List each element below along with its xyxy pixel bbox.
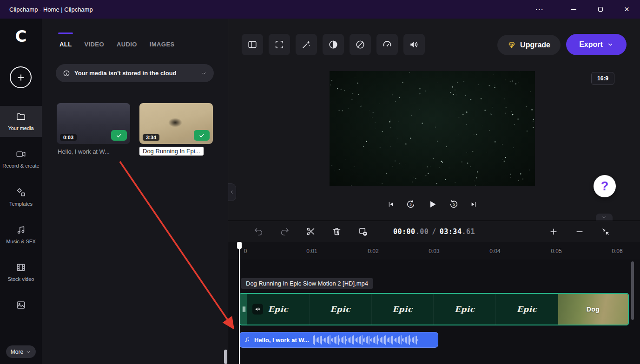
- sidebar-item-music-sfx[interactable]: Music & SFX: [0, 219, 42, 250]
- sidebar-item-templates[interactable]: Templates: [0, 182, 42, 213]
- ruler-label: 0:05: [551, 248, 561, 254]
- speed-tool-button[interactable]: [376, 34, 398, 55]
- video-camera-icon: [16, 149, 26, 159]
- ruler-label: 0:02: [368, 248, 378, 254]
- media-thumbnail-video[interactable]: 3:34: [139, 103, 213, 144]
- ruler-label: 0:04: [489, 248, 500, 254]
- tab-all[interactable]: ALL: [59, 41, 72, 48]
- play-icon: [427, 199, 438, 210]
- minus-icon: [575, 227, 584, 236]
- export-button[interactable]: Export: [566, 34, 627, 55]
- fit-screen-icon: [601, 228, 610, 236]
- adjust-tool-button[interactable]: [323, 34, 344, 55]
- filters-tool-button[interactable]: [350, 34, 371, 55]
- crop-tool-button[interactable]: [269, 34, 290, 55]
- clipchamp-logo: C: [11, 26, 31, 46]
- zoom-out-button[interactable]: [569, 221, 589, 241]
- delete-button[interactable]: [327, 221, 347, 241]
- aspect-ratio-badge[interactable]: 16:9: [591, 72, 614, 85]
- edit-toolbar: [242, 34, 425, 55]
- check-icon: [116, 132, 122, 139]
- redo-button[interactable]: [275, 221, 295, 241]
- split-button[interactable]: [301, 221, 321, 241]
- sidebar-item-record-create[interactable]: Record & create: [0, 143, 42, 175]
- skip-end-icon: [470, 201, 477, 208]
- clip-audio-toggle[interactable]: [252, 304, 263, 315]
- sidebar-item-label: Your media: [8, 125, 33, 131]
- music-note-icon: [16, 225, 26, 235]
- forward-5s-button[interactable]: [449, 200, 459, 209]
- timecode-display: 00:00.00/03:34.61: [393, 221, 475, 242]
- tab-audio[interactable]: AUDIO: [117, 41, 137, 48]
- upgrade-button[interactable]: Upgrade: [497, 35, 561, 55]
- collapse-panel-button[interactable]: [228, 183, 236, 201]
- cloud-storage-banner[interactable]: Your media isn't stored in the cloud: [56, 64, 214, 82]
- ruler-label: 0: [244, 248, 247, 254]
- rewind-5-icon: [406, 200, 416, 209]
- layout-tool-button[interactable]: [242, 34, 263, 55]
- tab-video[interactable]: VIDEO: [84, 41, 104, 48]
- video-preview: [330, 71, 535, 186]
- duplicate-button[interactable]: [353, 221, 373, 241]
- sidebar-item-label: Record & create: [2, 162, 39, 169]
- chevron-down-icon: [200, 70, 207, 77]
- media-card-audio: 0:03 Hello, I work at W...: [57, 103, 130, 157]
- timeline-ruler[interactable]: 0 0:01 0:02 0:03 0:04 0:05 0:06: [228, 242, 640, 260]
- collapse-timeline-button[interactable]: [596, 214, 613, 221]
- media-card-title-selected[interactable]: Dog Running In Epi...: [139, 147, 204, 156]
- play-button[interactable]: [427, 199, 438, 210]
- minimize-icon: [571, 9, 576, 10]
- sidebar-item-stock-images[interactable]: [0, 294, 42, 319]
- skip-to-end-button[interactable]: [470, 201, 477, 208]
- titlebar-menu-icon[interactable]: ⋯: [528, 0, 550, 19]
- video-clip[interactable]: Epic Epic Epic Epic Epic Dog: [239, 293, 629, 325]
- banner-text: Your media isn't stored in the cloud: [74, 70, 177, 77]
- audio-tool-button[interactable]: [403, 34, 425, 55]
- speaker-icon: [255, 306, 261, 312]
- close-icon: ×: [624, 5, 629, 13]
- tab-images[interactable]: IMAGES: [150, 41, 175, 48]
- sidebar-item-stock-video[interactable]: Stock video: [0, 257, 42, 288]
- folder-icon: [16, 111, 26, 122]
- minimize-button[interactable]: [561, 0, 587, 19]
- chevron-left-icon: [229, 189, 235, 195]
- film-frame: Epic: [496, 294, 558, 325]
- undo-button[interactable]: [249, 221, 269, 241]
- skip-to-start-button[interactable]: [387, 201, 395, 208]
- sidebar-item-label: Music & SFX: [6, 238, 36, 245]
- maximize-button[interactable]: [587, 0, 614, 19]
- timeline: 00:00.00/03:34.61 0 0:01 0:02 0:03 0:04 …: [228, 221, 640, 364]
- help-button[interactable]: ?: [594, 175, 616, 197]
- video-clip-name-label: Dog Running In Epic Slow Motion 2 [HD].m…: [241, 278, 373, 289]
- nav-sidebar: C Your media Record & create Templates M…: [0, 19, 42, 364]
- sidebar-item-your-media[interactable]: Your media: [0, 106, 42, 137]
- sidebar-items: Your media Record & create Templates Mus…: [0, 106, 42, 319]
- effects-tool-button[interactable]: [296, 34, 317, 55]
- zoom-fit-button[interactable]: [595, 221, 615, 241]
- more-button[interactable]: More: [6, 345, 36, 358]
- timeline-tracks: Dog Running In Epic Slow Motion 2 [HD].m…: [228, 260, 640, 364]
- info-icon: [63, 70, 70, 77]
- add-media-button[interactable]: [10, 66, 32, 88]
- film-frame: Epic: [434, 294, 496, 325]
- media-thumbnail-audio[interactable]: 0:03: [57, 103, 130, 144]
- media-card-video: 3:34 Dog Running In Epi...: [139, 103, 213, 157]
- timeline-scrollbar[interactable]: [631, 261, 634, 320]
- contrast-icon: [328, 39, 338, 50]
- titlebar: Clipchamp - Home | Clipchamp ⋯ ×: [0, 0, 640, 19]
- close-button[interactable]: ×: [614, 0, 640, 19]
- speed-gauge-icon: [382, 39, 392, 50]
- playhead[interactable]: [239, 242, 240, 364]
- window-controls: ×: [561, 0, 640, 19]
- zoom-in-button[interactable]: [543, 221, 563, 241]
- playback-controls: [330, 197, 535, 211]
- duplicate-icon: [358, 227, 368, 236]
- audio-clip[interactable]: Hello, I work at W...: [239, 332, 438, 348]
- clip-trim-handle[interactable]: [240, 294, 247, 325]
- media-panel-scrollbar[interactable]: [224, 350, 227, 364]
- ruler-label: 0:01: [306, 248, 317, 254]
- sidebar-item-label: Stock video: [8, 276, 34, 282]
- added-check-badge: [111, 130, 127, 141]
- rewind-5s-button[interactable]: [406, 200, 416, 209]
- duration-badge: 0:03: [60, 134, 77, 141]
